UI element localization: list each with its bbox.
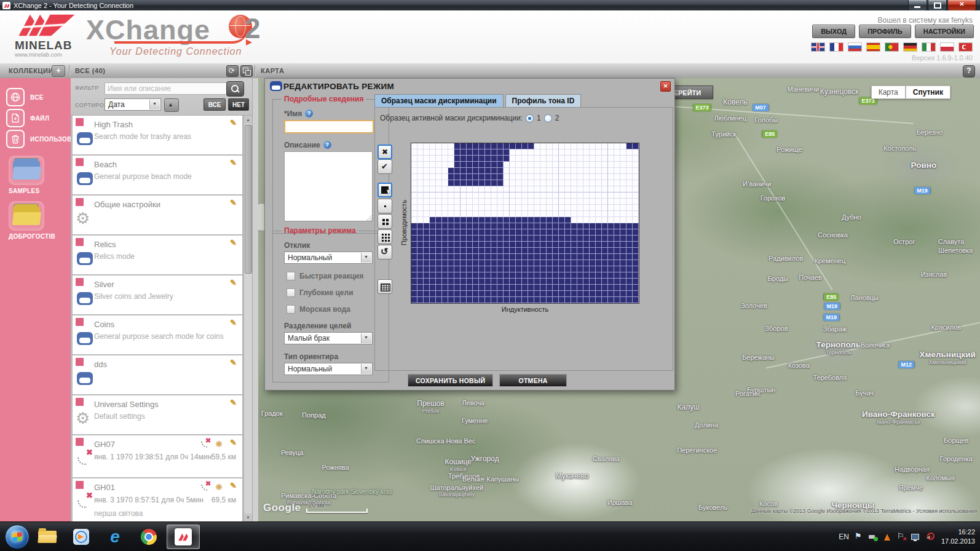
scroll-up-icon[interactable]: ▲ (244, 116, 252, 124)
grid-cell[interactable] (571, 168, 577, 174)
grid-cell[interactable] (454, 192, 460, 199)
grid-cell[interactable] (442, 168, 448, 174)
grid-cell[interactable] (565, 168, 571, 174)
grid-cell[interactable] (448, 297, 454, 303)
grid-cell[interactable] (534, 285, 540, 291)
grid-cell[interactable] (516, 149, 522, 156)
grid-cell[interactable] (633, 205, 639, 211)
grid-cell[interactable] (596, 229, 602, 236)
separation-select[interactable]: Малый брак (284, 332, 373, 344)
grid-cell[interactable] (528, 211, 534, 217)
grid-cell[interactable] (626, 223, 633, 229)
grid-cell[interactable] (417, 143, 424, 149)
grid-cell[interactable] (504, 192, 510, 199)
grid-cell[interactable] (467, 248, 473, 254)
grid-cell[interactable] (534, 242, 540, 248)
grid-cell[interactable] (522, 192, 528, 199)
grid-cell[interactable] (559, 192, 565, 199)
grid-cell[interactable] (491, 205, 497, 211)
grid-cell[interactable] (442, 291, 448, 297)
grid-cell[interactable] (442, 242, 448, 248)
grid-cell[interactable] (620, 254, 626, 260)
grid-cell[interactable] (516, 174, 522, 180)
grid-cell[interactable] (504, 162, 510, 168)
discrimination-mask-grid[interactable] (411, 143, 639, 304)
grid-cell[interactable] (577, 211, 583, 217)
grid-cell[interactable] (596, 168, 602, 174)
grid-cell[interactable] (534, 149, 540, 156)
grid-cell[interactable] (491, 199, 497, 205)
grid-cell[interactable] (479, 254, 485, 260)
grid-cell[interactable] (430, 260, 436, 266)
grid-cell[interactable] (626, 285, 633, 291)
grid-cell[interactable] (460, 254, 467, 260)
grid-cell[interactable] (559, 248, 565, 254)
grid-cell[interactable] (510, 279, 516, 285)
mode-card[interactable]: Общие настройки (73, 196, 242, 234)
help-icon[interactable]: ? (305, 109, 313, 117)
grid-cell[interactable] (430, 180, 436, 186)
search-icon[interactable] (226, 81, 244, 97)
grid-cell[interactable] (485, 143, 491, 149)
grid-cell[interactable] (583, 205, 590, 211)
grid-cell[interactable] (473, 223, 479, 229)
grid-cell[interactable] (516, 236, 522, 242)
grid-cell[interactable] (516, 223, 522, 229)
grid-cell[interactable] (528, 297, 534, 303)
grid-cell[interactable] (417, 162, 424, 168)
grid-cell[interactable] (577, 236, 583, 242)
sidebar-item-file[interactable]: ФАЙЛ (6, 109, 49, 127)
grid-cell[interactable] (620, 297, 626, 303)
grid-cell[interactable] (614, 285, 620, 291)
grid-cell[interactable] (417, 149, 424, 156)
list-scrollbar[interactable]: ▲ ▼ (243, 116, 252, 521)
checkbox-icon[interactable] (286, 305, 295, 314)
grid-cell[interactable] (626, 174, 633, 180)
grid-cell[interactable] (534, 217, 540, 223)
grid-cell[interactable] (467, 168, 473, 174)
grid-cell[interactable] (583, 279, 590, 285)
grid-cell[interactable] (522, 254, 528, 260)
grid-cell[interactable] (540, 266, 547, 272)
grid-cell[interactable] (510, 266, 516, 272)
grid-cell[interactable] (565, 156, 571, 162)
grid-cell[interactable] (510, 223, 516, 229)
grid-cell[interactable] (460, 285, 467, 291)
grid-cell[interactable] (424, 199, 430, 205)
grid-cell[interactable] (626, 229, 633, 236)
scrollbar-thumb[interactable] (245, 125, 252, 274)
grid-cell[interactable] (473, 217, 479, 223)
grid-cell[interactable] (417, 242, 424, 248)
grid-cell[interactable] (626, 186, 633, 192)
grid-cell[interactable] (540, 211, 547, 217)
grid-cell[interactable] (522, 211, 528, 217)
grid-cell[interactable] (510, 260, 516, 266)
grid-cell[interactable] (473, 168, 479, 174)
grid-cell[interactable] (583, 291, 590, 297)
grid-cell[interactable] (547, 199, 553, 205)
grid-cell[interactable] (626, 149, 633, 156)
grid-cell[interactable] (547, 236, 553, 242)
grid-cell[interactable] (485, 285, 491, 291)
close-button[interactable] (947, 0, 976, 11)
grid-cell[interactable] (430, 248, 436, 254)
taskbar-internet-explorer-button[interactable]: e (99, 525, 131, 549)
grid-cell[interactable] (430, 279, 436, 285)
grid-cell[interactable] (424, 217, 430, 223)
grid-cell[interactable] (504, 229, 510, 236)
grid-cell[interactable] (417, 248, 424, 254)
grid-cell[interactable] (571, 285, 577, 291)
grid-cell[interactable] (620, 199, 626, 205)
grid-cell[interactable] (491, 162, 497, 168)
grid-cell[interactable] (534, 180, 540, 186)
grid-cell[interactable] (516, 242, 522, 248)
grid-cell[interactable] (510, 254, 516, 260)
grid-cell[interactable] (626, 272, 633, 279)
grid-cell[interactable] (448, 279, 454, 285)
grid-cell[interactable] (411, 254, 417, 260)
grid-cell[interactable] (528, 248, 534, 254)
mode-card[interactable]: RelicsRelics mode (73, 236, 242, 274)
grid-cell[interactable] (608, 162, 614, 168)
grid-cell[interactable] (522, 266, 528, 272)
grid-cell[interactable] (473, 156, 479, 162)
